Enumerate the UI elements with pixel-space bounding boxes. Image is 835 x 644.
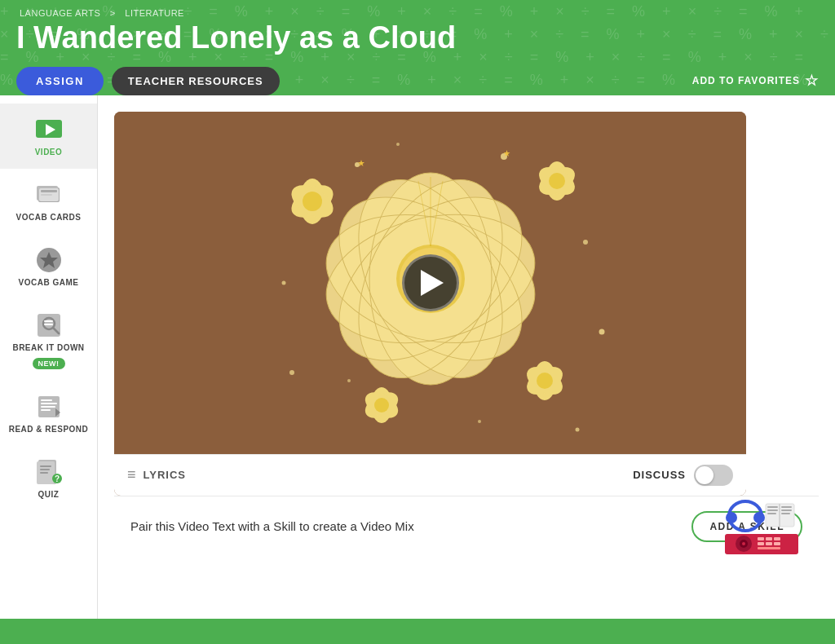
svg-point-65 xyxy=(396,143,400,146)
star-icon: ☆ xyxy=(805,72,819,90)
sidebar-item-break-it-down[interactable]: BREAK IT DOWN NEW! xyxy=(0,299,97,381)
svg-point-46 xyxy=(303,192,322,211)
svg-rect-90 xyxy=(766,537,772,540)
svg-point-50 xyxy=(549,173,565,189)
sidebar-label-vocab-cards: VOcAB CARDS xyxy=(16,213,82,223)
breadcrumb: LANGUAGE ARTS > LITERATURE xyxy=(16,8,819,18)
svg-rect-5 xyxy=(41,190,57,192)
vocab-game-icon xyxy=(34,245,64,275)
play-button[interactable] xyxy=(402,254,459,311)
vocab-cards-icon xyxy=(34,180,64,210)
sidebar-item-vocab-cards[interactable]: VOcAB CARDS xyxy=(0,169,97,234)
svg-point-62 xyxy=(599,329,604,334)
sidebar-label-vocab-game: VOCAB GAME xyxy=(19,278,79,288)
svg-point-88 xyxy=(742,542,745,545)
lyrics-label: LYRICS xyxy=(144,469,186,481)
svg-rect-95 xyxy=(758,547,780,549)
svg-rect-81 xyxy=(767,513,776,514)
breadcrumb-separator: > xyxy=(110,8,116,18)
lyrics-icon: ≡ xyxy=(127,466,137,483)
svg-rect-79 xyxy=(767,506,778,508)
video-container: ≡ LYRICS DISCUSS xyxy=(114,112,746,496)
svg-rect-18 xyxy=(41,409,51,411)
quiz-icon: ? xyxy=(34,457,64,487)
svg-rect-92 xyxy=(758,542,764,545)
svg-rect-94 xyxy=(774,542,780,545)
svg-point-75 xyxy=(726,512,737,523)
sidebar-item-vocab-game[interactable]: VOCAB GAME xyxy=(0,234,97,299)
sidebar-label-quiz: QUIZ xyxy=(38,490,60,500)
assign-button[interactable]: ASSIGN xyxy=(16,67,104,95)
svg-point-58 xyxy=(537,373,553,389)
video-thumbnail xyxy=(114,112,746,454)
svg-point-68 xyxy=(478,420,481,423)
bottom-banner-text: Pair this Video Text with a Skill to cre… xyxy=(130,519,678,533)
svg-point-61 xyxy=(583,240,588,245)
toggle-knob xyxy=(696,466,714,484)
svg-point-76 xyxy=(753,512,765,523)
svg-rect-91 xyxy=(774,537,780,540)
teacher-resources-button[interactable]: TeacheR resourCES xyxy=(112,67,280,95)
svg-text:?: ? xyxy=(54,474,59,483)
play-triangle-icon xyxy=(421,270,444,296)
svg-rect-89 xyxy=(758,537,764,540)
discuss-toggle-switch[interactable] xyxy=(694,465,733,486)
dj-illustration-svg xyxy=(721,492,811,557)
sidebar-item-quiz[interactable]: ? QUIZ xyxy=(0,446,97,511)
new-badge: NEW! xyxy=(33,358,65,369)
svg-point-63 xyxy=(281,280,285,285)
discuss-toggle: DISCUSS xyxy=(633,465,733,486)
svg-point-64 xyxy=(289,370,294,375)
add-favorites-button[interactable]: ADD TO FAVORITES ☆ xyxy=(692,72,819,90)
svg-rect-15 xyxy=(41,399,52,401)
bottom-banner: Pair this Video Text with a Skill to cre… xyxy=(114,496,819,557)
svg-point-54 xyxy=(374,398,389,412)
lyrics-button[interactable]: ≡ LYRICS xyxy=(127,466,186,483)
dj-illustration xyxy=(721,492,811,557)
breadcrumb-part2: LITERATURE xyxy=(125,8,184,18)
svg-rect-24 xyxy=(40,472,48,474)
sidebar: VIDEO VOcAB CARDS xyxy=(0,95,98,619)
page-title: I Wandered Lonely as a Cloud xyxy=(16,21,819,55)
video-icon xyxy=(34,115,64,144)
svg-rect-22 xyxy=(40,465,51,467)
sidebar-item-video[interactable]: VIDEO xyxy=(0,104,97,169)
svg-rect-82 xyxy=(781,506,792,508)
sidebar-label-video: VIDEO xyxy=(35,148,63,157)
svg-rect-80 xyxy=(767,509,778,511)
svg-rect-84 xyxy=(781,513,790,514)
svg-rect-23 xyxy=(40,469,50,470)
read-respond-icon xyxy=(34,392,64,421)
add-favorites-label: ADD TO FAVORITES xyxy=(692,75,800,86)
svg-rect-16 xyxy=(41,403,57,404)
sidebar-item-read-respond[interactable]: READ & RESPOND xyxy=(0,381,97,446)
content-area: ≡ LYRICS DISCUSS Pair this Video Text wi… xyxy=(98,95,835,619)
breadcrumb-part1: LANGUAGE ARTS xyxy=(20,8,100,18)
svg-rect-83 xyxy=(781,509,792,511)
break-it-down-icon xyxy=(34,311,64,340)
svg-point-67 xyxy=(347,379,351,382)
svg-rect-6 xyxy=(41,194,52,196)
svg-rect-93 xyxy=(766,542,772,545)
svg-point-59 xyxy=(355,162,360,167)
discuss-label: DISCUSS xyxy=(633,469,686,481)
svg-point-66 xyxy=(575,427,579,431)
video-controls-bar: ≡ LYRICS DISCUSS xyxy=(114,454,746,496)
sidebar-label-break-it-down: BREAK IT DOWN xyxy=(12,343,84,353)
sidebar-label-read-respond: READ & RESPOND xyxy=(9,425,89,434)
svg-rect-17 xyxy=(41,406,55,408)
